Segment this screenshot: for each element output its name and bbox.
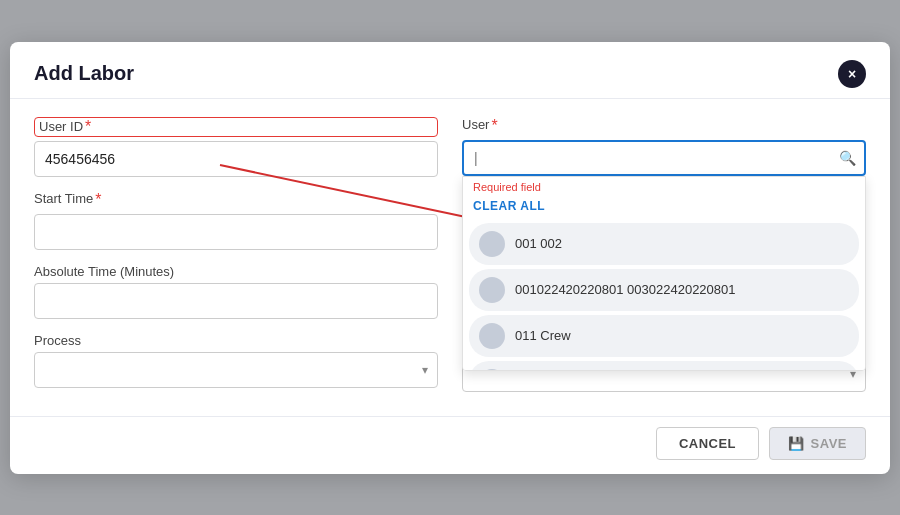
absolute-time-label: Absolute Time (Minutes) (34, 264, 438, 279)
item-name: 001022420220801 003022420220801 (515, 282, 736, 297)
user-label: User (462, 117, 489, 132)
add-labor-modal: Add Labor × User ID * User (10, 42, 890, 474)
avatar (479, 369, 505, 371)
avatar (479, 277, 505, 303)
list-item[interactable]: 001 002 (469, 223, 859, 265)
user-dropdown-container: 🔍 Required field CLEAR ALL 001 002 (462, 140, 866, 176)
user-dropdown-menu: Required field CLEAR ALL 001 002 0010224… (462, 176, 866, 371)
save-label: SAVE (811, 436, 847, 451)
list-item[interactable]: 01sqa0823 Crew (469, 361, 859, 371)
item-name: 011 Crew (515, 328, 571, 343)
required-field-msg: Required field (463, 177, 865, 195)
user-group: User * 🔍 Required field CLEAR ALL 001 (462, 117, 866, 176)
user-id-label-box: User ID * (34, 117, 438, 137)
item-name: 001 002 (515, 236, 562, 251)
start-time-input[interactable] (34, 214, 438, 250)
absolute-time-input[interactable] (34, 283, 438, 319)
user-id-required: * (85, 118, 91, 136)
start-time-required: * (95, 191, 101, 209)
cancel-button[interactable]: CANCEL (656, 427, 759, 460)
modal-footer: CANCEL 💾 SAVE (10, 416, 890, 474)
close-button[interactable]: × (838, 60, 866, 88)
list-item[interactable]: 001022420220801 003022420220801 (469, 269, 859, 311)
clear-all-button[interactable]: CLEAR ALL (463, 195, 555, 219)
process-select[interactable] (34, 352, 438, 388)
modal-overlay: Add Labor × User ID * User (0, 0, 900, 515)
process-select-wrapper: ▾ (34, 352, 438, 388)
user-id-group: User ID * (34, 117, 438, 177)
start-time-group: Start Time * (34, 191, 438, 250)
absolute-time-group: Absolute Time (Minutes) (34, 264, 438, 319)
modal-title: Add Labor (34, 62, 134, 85)
modal-body: User ID * User * 🔍 (10, 99, 890, 416)
start-time-label: Start Time (34, 191, 93, 206)
user-id-input[interactable] (34, 141, 438, 177)
save-icon: 💾 (788, 436, 805, 451)
process-label: Process (34, 333, 438, 348)
modal-header: Add Labor × (10, 42, 890, 99)
form-row-1: User ID * User * 🔍 (34, 117, 866, 177)
avatar (479, 323, 505, 349)
process-group: Process ▾ (34, 333, 438, 388)
user-required: * (491, 117, 497, 135)
avatar (479, 231, 505, 257)
list-item[interactable]: 011 Crew (469, 315, 859, 357)
user-id-label: User ID (39, 119, 83, 134)
user-search-input[interactable] (462, 140, 866, 176)
save-button[interactable]: 💾 SAVE (769, 427, 866, 460)
